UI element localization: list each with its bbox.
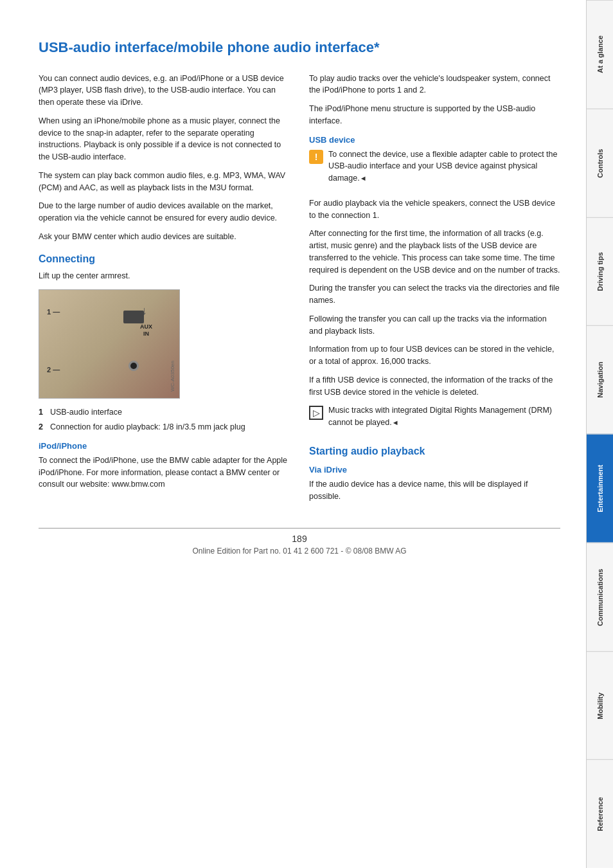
warning-box: ! To connect the device, use a flexible … (309, 149, 560, 191)
footer-text: Online Edition for Part no. 01 41 2 600 … (192, 547, 406, 556)
starting-title: Starting audio playback (309, 446, 560, 457)
two-column-layout: You can connect audio devices, e.g. an i… (39, 73, 560, 509)
main-content: USB-audio interface/mobile phone audio i… (0, 0, 586, 868)
port-desc-2: Connection for audio playback: 1/8 in/3.… (50, 421, 245, 433)
intro-para-1: You can connect audio devices, e.g. an i… (39, 73, 290, 109)
connecting-intro: Lift up the center armrest. (39, 270, 290, 282)
right-column: To play audio tracks over the vehicle's … (309, 73, 560, 509)
intro-para-5: Ask your BMW center which audio devices … (39, 231, 290, 243)
port-item-2: 2 Connection for audio playback: 1/8 in/… (39, 421, 290, 433)
usb-para-5: Information from up to four USB devices … (309, 343, 560, 368)
sidebar-tab-controls[interactable]: Controls (587, 109, 613, 217)
sidebar-tab-driving-tips[interactable]: Driving tips (587, 217, 613, 326)
ipod-title: iPod/iPhone (39, 441, 290, 451)
sidebar-tab-at-a-glance[interactable]: At a glance (587, 0, 613, 109)
sidebar-tab-mobility[interactable]: Mobility (587, 651, 613, 760)
label-1: 1 — (47, 308, 60, 316)
usb-para-1: For audio playback via the vehicle speak… (309, 197, 560, 222)
label-2: 2 — (47, 366, 60, 374)
port-num-1: 1 (39, 406, 48, 419)
left-column: You can connect audio devices, e.g. an i… (39, 73, 290, 509)
intro-para-2: When using an iPhone/mobile phone as a m… (39, 115, 290, 163)
aux-label-diagram: AUXIN (140, 323, 152, 338)
sidebar-tab-navigation[interactable]: Navigation (587, 325, 613, 434)
port-list: 1 USB-audio interface 2 Connection for a… (39, 406, 290, 433)
usb-device-title: USB device (309, 135, 560, 145)
console-image: 1 — 2 — ↓ AUXIN WC-A0350en (39, 289, 180, 399)
menu-text: The iPod/iPhone menu structure is suppor… (309, 103, 560, 127)
page-title: USB-audio interface/mobile phone audio i… (39, 39, 560, 57)
usb-para-2: After connecting for the first time, the… (309, 228, 560, 276)
usb-para-3: During the transfer you can select the t… (309, 282, 560, 307)
back-triangle-2: ◄ (392, 417, 399, 428)
connecting-title: Connecting (39, 253, 290, 265)
speaker-text: To play audio tracks over the vehicle's … (309, 73, 560, 97)
port-desc-1: USB-audio interface (50, 406, 122, 419)
page-number: 189 (39, 534, 560, 544)
port-item-1: 1 USB-audio interface (39, 406, 290, 419)
intro-para-4: Due to the large number of audio devices… (39, 200, 290, 224)
note-box: ▷ Music tracks with integrated Digital R… (309, 404, 560, 435)
note-text: Music tracks with integrated Digital Rig… (328, 404, 560, 429)
via-idrive-text: If the audio device has a device name, t… (309, 478, 560, 503)
warning-icon: ! (309, 150, 323, 164)
watermark: WC-A0350en (170, 361, 175, 392)
usb-para-6: If a fifth USB device is connected, the … (309, 374, 560, 399)
ipod-text: To connect the iPod/iPhone, use the BMW … (39, 455, 290, 491)
warning-text: To connect the device, use a flexible ad… (328, 149, 560, 185)
page-footer: 189 Online Edition for Part no. 01 41 2 … (39, 528, 560, 556)
sidebar-tab-communications[interactable]: Communications (587, 543, 613, 651)
usb-para-4: Following the transfer you can call up t… (309, 313, 560, 338)
sidebar-tab-reference[interactable]: Reference (587, 759, 613, 868)
play-icon: ▷ (309, 406, 323, 420)
sidebar-tab-entertainment[interactable]: Entertainment (587, 434, 613, 543)
intro-para-3: The system can play back common audio fi… (39, 170, 290, 194)
usb-port-diagram (123, 311, 144, 323)
port-num-2: 2 (39, 421, 48, 433)
sidebar: At a glance Controls Driving tips Naviga… (586, 0, 613, 868)
console-diagram: 1 — 2 — ↓ AUXIN WC-A0350en (39, 290, 179, 398)
via-idrive-title: Via iDrive (309, 465, 560, 475)
aux-port-diagram (129, 361, 139, 371)
back-triangle-1: ◄ (360, 173, 367, 184)
